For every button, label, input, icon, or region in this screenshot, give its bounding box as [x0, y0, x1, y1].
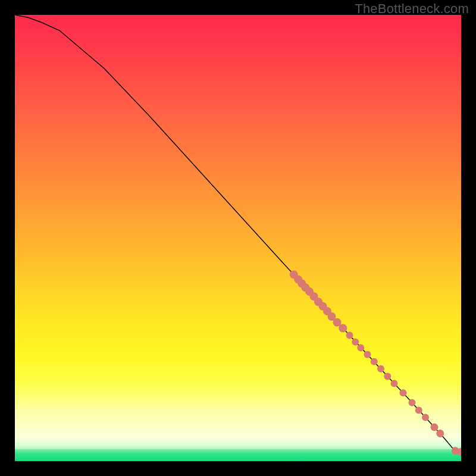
red-point [339, 324, 347, 333]
red-point [357, 345, 364, 352]
plot-area [15, 15, 461, 461]
red-point [377, 365, 384, 372]
red-point [346, 332, 353, 339]
red-point [391, 380, 398, 387]
chart-frame: TheBottleneck.com [0, 0, 476, 476]
curve-svg [15, 15, 461, 461]
red-point [422, 414, 429, 421]
red-point [415, 407, 422, 414]
red-point [436, 430, 444, 437]
red-point [431, 424, 439, 431]
red-points-group [290, 271, 461, 456]
red-point [409, 399, 416, 406]
red-point [371, 358, 378, 365]
red-point [400, 389, 407, 396]
red-point [364, 351, 371, 358]
watermark-text: TheBottleneck.com [355, 1, 469, 17]
red-point [352, 339, 359, 346]
red-point [384, 373, 391, 380]
